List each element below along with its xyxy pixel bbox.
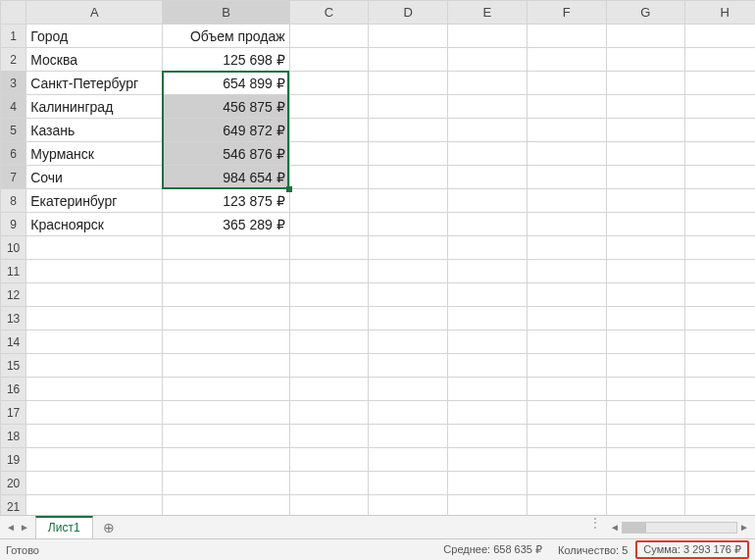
cell-G16[interactable]: [606, 378, 685, 401]
cell-C11[interactable]: [289, 260, 369, 283]
cell-C20[interactable]: [289, 472, 369, 495]
cell-H2[interactable]: [685, 48, 755, 72]
cell-H14[interactable]: [685, 331, 755, 354]
row-header-7[interactable]: 7: [1, 166, 26, 189]
row-header-3[interactable]: 3: [1, 72, 26, 95]
cell-G11[interactable]: [606, 260, 685, 283]
cell-F19[interactable]: [527, 448, 606, 472]
cell-C1[interactable]: [289, 25, 369, 48]
cell-E3[interactable]: [448, 72, 528, 95]
cell-F11[interactable]: [527, 260, 606, 283]
cell-G8[interactable]: [606, 189, 685, 213]
cell-E11[interactable]: [448, 260, 528, 283]
cell-G19[interactable]: [606, 448, 685, 472]
cell-D8[interactable]: [369, 189, 448, 213]
cell-D17[interactable]: [369, 401, 448, 425]
cell-A12[interactable]: [26, 283, 163, 307]
cell-F3[interactable]: [527, 72, 606, 95]
cell-F5[interactable]: [527, 119, 606, 142]
cell-D16[interactable]: [369, 378, 448, 401]
cell-A15[interactable]: [26, 354, 163, 378]
cell-F1[interactable]: [527, 25, 606, 48]
horizontal-scrollbar[interactable]: ◄ ►: [608, 516, 755, 538]
scroll-right-icon[interactable]: ►: [737, 522, 751, 533]
cell-G15[interactable]: [606, 354, 685, 378]
cell-E15[interactable]: [448, 354, 528, 378]
cell-A17[interactable]: [26, 401, 163, 425]
cell-H11[interactable]: [685, 260, 755, 283]
cell-C10[interactable]: [289, 236, 369, 260]
cell-B19[interactable]: [163, 448, 289, 472]
cell-E12[interactable]: [448, 283, 528, 307]
cell-D20[interactable]: [369, 472, 448, 495]
cell-C4[interactable]: [289, 95, 369, 119]
cell-G4[interactable]: [606, 95, 685, 119]
cell-H10[interactable]: [685, 236, 755, 260]
cell-G9[interactable]: [606, 213, 685, 236]
cell-B15[interactable]: [163, 354, 289, 378]
cell-D14[interactable]: [369, 331, 448, 354]
cell-F20[interactable]: [527, 472, 606, 495]
cell-E13[interactable]: [448, 307, 528, 331]
cell-E6[interactable]: [448, 142, 528, 166]
cell-F16[interactable]: [527, 378, 606, 401]
sheet-tab-active[interactable]: Лист1: [35, 516, 93, 538]
spreadsheet-grid[interactable]: ABCDEFGH1ГородОбъем продаж2Москва125 698…: [0, 0, 755, 515]
cell-B16[interactable]: [163, 378, 289, 401]
row-header-8[interactable]: 8: [1, 189, 26, 213]
cell-H1[interactable]: [685, 25, 755, 48]
row-header-17[interactable]: 17: [1, 401, 26, 425]
cell-H13[interactable]: [685, 307, 755, 331]
cell-A5[interactable]: Казань: [26, 119, 163, 142]
cell-H9[interactable]: [685, 213, 755, 236]
cell-H3[interactable]: [685, 72, 755, 95]
row-header-10[interactable]: 10: [1, 236, 26, 260]
cell-G2[interactable]: [606, 48, 685, 72]
row-header-6[interactable]: 6: [1, 142, 26, 166]
cell-E10[interactable]: [448, 236, 528, 260]
cell-F14[interactable]: [527, 331, 606, 354]
cell-D1[interactable]: [369, 25, 448, 48]
cell-D10[interactable]: [369, 236, 448, 260]
nav-prev-icon[interactable]: ◄: [6, 522, 16, 533]
cell-C18[interactable]: [289, 425, 369, 448]
cell-D4[interactable]: [369, 95, 448, 119]
cell-C13[interactable]: [289, 307, 369, 331]
cell-F17[interactable]: [527, 401, 606, 425]
cell-C2[interactable]: [289, 48, 369, 72]
cell-B4[interactable]: 456 875 ₽: [163, 95, 289, 119]
row-header-9[interactable]: 9: [1, 213, 26, 236]
cell-H19[interactable]: [685, 448, 755, 472]
cell-D9[interactable]: [369, 213, 448, 236]
cell-F7[interactable]: [527, 166, 606, 189]
cell-A10[interactable]: [26, 236, 163, 260]
cell-H6[interactable]: [685, 142, 755, 166]
cell-E18[interactable]: [448, 425, 528, 448]
cell-B3[interactable]: 654 899 ₽: [163, 72, 289, 95]
cell-E9[interactable]: [448, 213, 528, 236]
cell-D15[interactable]: [369, 354, 448, 378]
cell-C17[interactable]: [289, 401, 369, 425]
row-header-11[interactable]: 11: [1, 260, 26, 283]
cell-A14[interactable]: [26, 331, 163, 354]
cell-A21[interactable]: [26, 495, 163, 516]
cell-C9[interactable]: [289, 213, 369, 236]
cell-D7[interactable]: [369, 166, 448, 189]
cell-C15[interactable]: [289, 354, 369, 378]
cell-B11[interactable]: [163, 260, 289, 283]
cell-G21[interactable]: [606, 495, 685, 516]
cell-A18[interactable]: [26, 425, 163, 448]
select-all-corner[interactable]: [1, 1, 26, 25]
cell-B20[interactable]: [163, 472, 289, 495]
row-header-18[interactable]: 18: [1, 425, 26, 448]
cell-C16[interactable]: [289, 378, 369, 401]
cell-E2[interactable]: [448, 48, 528, 72]
cell-G20[interactable]: [606, 472, 685, 495]
cell-E7[interactable]: [448, 166, 528, 189]
cell-A8[interactable]: Екатеринбург: [26, 189, 163, 213]
cell-H5[interactable]: [685, 119, 755, 142]
cell-H12[interactable]: [685, 283, 755, 307]
cell-G18[interactable]: [606, 425, 685, 448]
cell-A1[interactable]: Город: [26, 25, 163, 48]
cell-G1[interactable]: [606, 25, 685, 48]
